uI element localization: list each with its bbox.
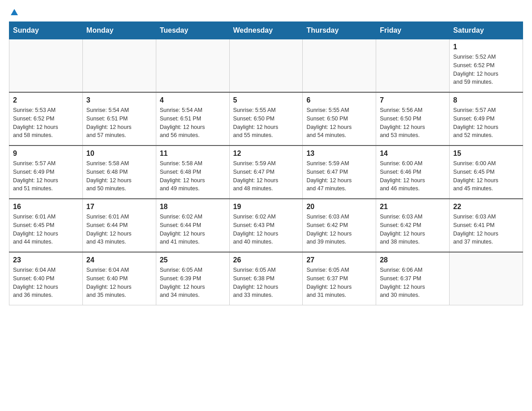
calendar-cell — [376, 39, 450, 93]
day-info: Sunrise: 6:06 AMSunset: 6:37 PMDaylight:… — [380, 266, 446, 300]
day-number: 12 — [233, 150, 299, 158]
logo-mark — [9, 9, 19, 17]
calendar-cell: 12Sunrise: 5:59 AMSunset: 6:47 PMDayligh… — [229, 146, 303, 199]
calendar-cell: 5Sunrise: 5:55 AMSunset: 6:50 PMDaylight… — [229, 92, 303, 146]
calendar-cell: 19Sunrise: 6:02 AMSunset: 6:43 PMDayligh… — [229, 199, 303, 252]
calendar-cell — [9, 39, 83, 93]
calendar-cell: 8Sunrise: 5:57 AMSunset: 6:49 PMDaylight… — [450, 92, 523, 146]
calendar-cell: 1Sunrise: 5:52 AMSunset: 6:52 PMDaylight… — [450, 39, 523, 93]
calendar-cell: 14Sunrise: 6:00 AMSunset: 6:46 PMDayligh… — [376, 146, 450, 199]
calendar-week-row: 9Sunrise: 5:57 AMSunset: 6:49 PMDaylight… — [9, 146, 523, 199]
calendar-table: Sunday Monday Tuesday Wednesday Thursday… — [9, 21, 523, 305]
day-number: 7 — [380, 96, 446, 104]
calendar-cell — [82, 39, 156, 93]
calendar-header: Sunday Monday Tuesday Wednesday Thursday… — [9, 22, 523, 39]
calendar-cell: 27Sunrise: 6:05 AMSunset: 6:37 PMDayligh… — [303, 252, 376, 305]
day-info: Sunrise: 6:00 AMSunset: 6:45 PMDaylight:… — [453, 159, 519, 193]
day-number: 13 — [306, 150, 372, 158]
day-number: 16 — [13, 203, 79, 211]
day-info: Sunrise: 5:59 AMSunset: 6:47 PMDaylight:… — [233, 159, 299, 193]
calendar-cell: 21Sunrise: 6:03 AMSunset: 6:42 PMDayligh… — [376, 199, 450, 252]
day-number: 11 — [160, 150, 226, 158]
day-info: Sunrise: 5:59 AMSunset: 6:47 PMDaylight:… — [306, 159, 372, 193]
day-info: Sunrise: 6:04 AMSunset: 6:40 PMDaylight:… — [86, 266, 152, 300]
calendar-cell: 28Sunrise: 6:06 AMSunset: 6:37 PMDayligh… — [376, 252, 450, 305]
day-info: Sunrise: 5:58 AMSunset: 6:48 PMDaylight:… — [160, 159, 226, 193]
calendar-week-row: 1Sunrise: 5:52 AMSunset: 6:52 PMDaylight… — [9, 39, 523, 93]
day-number: 25 — [160, 256, 226, 264]
col-sunday: Sunday — [9, 22, 83, 39]
logo — [9, 9, 19, 17]
calendar-cell: 13Sunrise: 5:59 AMSunset: 6:47 PMDayligh… — [303, 146, 376, 199]
day-info: Sunrise: 5:52 AMSunset: 6:52 PMDaylight:… — [453, 53, 519, 86]
col-thursday: Thursday — [303, 22, 376, 39]
day-number: 27 — [306, 256, 372, 264]
day-number: 10 — [86, 150, 152, 158]
day-info: Sunrise: 5:56 AMSunset: 6:50 PMDaylight:… — [380, 106, 446, 140]
day-number: 14 — [380, 150, 446, 158]
day-info: Sunrise: 6:02 AMSunset: 6:43 PMDaylight:… — [233, 213, 299, 246]
page-header — [9, 9, 523, 17]
day-info: Sunrise: 6:03 AMSunset: 6:42 PMDaylight:… — [380, 213, 446, 246]
col-saturday: Saturday — [450, 22, 523, 39]
calendar-cell — [229, 39, 303, 93]
days-of-week-row: Sunday Monday Tuesday Wednesday Thursday… — [9, 22, 523, 39]
day-info: Sunrise: 6:04 AMSunset: 6:40 PMDaylight:… — [13, 266, 79, 300]
day-number: 17 — [86, 203, 152, 211]
calendar-cell: 25Sunrise: 6:05 AMSunset: 6:39 PMDayligh… — [156, 252, 229, 305]
day-info: Sunrise: 5:55 AMSunset: 6:50 PMDaylight:… — [233, 106, 299, 140]
day-info: Sunrise: 5:58 AMSunset: 6:48 PMDaylight:… — [86, 159, 152, 193]
calendar-cell — [303, 39, 376, 93]
day-number: 6 — [306, 96, 372, 104]
calendar-cell: 15Sunrise: 6:00 AMSunset: 6:45 PMDayligh… — [450, 146, 523, 199]
calendar-cell: 22Sunrise: 6:03 AMSunset: 6:41 PMDayligh… — [450, 199, 523, 252]
calendar-cell: 11Sunrise: 5:58 AMSunset: 6:48 PMDayligh… — [156, 146, 229, 199]
col-wednesday: Wednesday — [229, 22, 303, 39]
svg-marker-0 — [11, 9, 18, 15]
day-info: Sunrise: 6:00 AMSunset: 6:46 PMDaylight:… — [380, 159, 446, 193]
day-info: Sunrise: 6:05 AMSunset: 6:39 PMDaylight:… — [160, 266, 226, 300]
day-number: 23 — [13, 256, 79, 264]
calendar-cell: 4Sunrise: 5:54 AMSunset: 6:51 PMDaylight… — [156, 92, 229, 146]
calendar-cell: 16Sunrise: 6:01 AMSunset: 6:45 PMDayligh… — [9, 199, 83, 252]
day-number: 28 — [380, 256, 446, 264]
day-number: 19 — [233, 203, 299, 211]
calendar-week-row: 16Sunrise: 6:01 AMSunset: 6:45 PMDayligh… — [9, 199, 523, 252]
calendar-cell: 20Sunrise: 6:03 AMSunset: 6:42 PMDayligh… — [303, 199, 376, 252]
logo-triangle-icon — [10, 8, 19, 17]
day-number: 22 — [453, 203, 519, 211]
day-info: Sunrise: 6:05 AMSunset: 6:37 PMDaylight:… — [306, 266, 372, 300]
calendar-cell: 23Sunrise: 6:04 AMSunset: 6:40 PMDayligh… — [9, 252, 83, 305]
calendar-week-row: 2Sunrise: 5:53 AMSunset: 6:52 PMDaylight… — [9, 92, 523, 146]
day-info: Sunrise: 5:57 AMSunset: 6:49 PMDaylight:… — [13, 159, 79, 193]
day-number: 4 — [160, 96, 226, 104]
day-info: Sunrise: 6:05 AMSunset: 6:38 PMDaylight:… — [233, 266, 299, 300]
day-number: 9 — [13, 150, 79, 158]
day-info: Sunrise: 5:53 AMSunset: 6:52 PMDaylight:… — [13, 106, 79, 140]
day-number: 1 — [453, 43, 519, 51]
calendar-cell: 6Sunrise: 5:55 AMSunset: 6:50 PMDaylight… — [303, 92, 376, 146]
day-number: 21 — [380, 203, 446, 211]
day-number: 24 — [86, 256, 152, 264]
calendar-cell: 2Sunrise: 5:53 AMSunset: 6:52 PMDaylight… — [9, 92, 83, 146]
calendar-body: 1Sunrise: 5:52 AMSunset: 6:52 PMDaylight… — [9, 39, 523, 305]
day-number: 18 — [160, 203, 226, 211]
calendar-cell: 9Sunrise: 5:57 AMSunset: 6:49 PMDaylight… — [9, 146, 83, 199]
day-number: 5 — [233, 96, 299, 104]
day-number: 15 — [453, 150, 519, 158]
day-info: Sunrise: 6:03 AMSunset: 6:41 PMDaylight:… — [453, 213, 519, 246]
calendar-cell: 26Sunrise: 6:05 AMSunset: 6:38 PMDayligh… — [229, 252, 303, 305]
day-number: 26 — [233, 256, 299, 264]
calendar-cell: 24Sunrise: 6:04 AMSunset: 6:40 PMDayligh… — [82, 252, 156, 305]
day-info: Sunrise: 6:02 AMSunset: 6:44 PMDaylight:… — [160, 213, 226, 246]
calendar-cell: 10Sunrise: 5:58 AMSunset: 6:48 PMDayligh… — [82, 146, 156, 199]
calendar-week-row: 23Sunrise: 6:04 AMSunset: 6:40 PMDayligh… — [9, 252, 523, 305]
calendar-cell: 18Sunrise: 6:02 AMSunset: 6:44 PMDayligh… — [156, 199, 229, 252]
calendar-cell: 7Sunrise: 5:56 AMSunset: 6:50 PMDaylight… — [376, 92, 450, 146]
day-info: Sunrise: 6:01 AMSunset: 6:45 PMDaylight:… — [13, 213, 79, 246]
calendar-cell: 17Sunrise: 6:01 AMSunset: 6:44 PMDayligh… — [82, 199, 156, 252]
day-number: 20 — [306, 203, 372, 211]
day-number: 8 — [453, 96, 519, 104]
day-info: Sunrise: 6:03 AMSunset: 6:42 PMDaylight:… — [306, 213, 372, 246]
day-info: Sunrise: 5:57 AMSunset: 6:49 PMDaylight:… — [453, 106, 519, 140]
